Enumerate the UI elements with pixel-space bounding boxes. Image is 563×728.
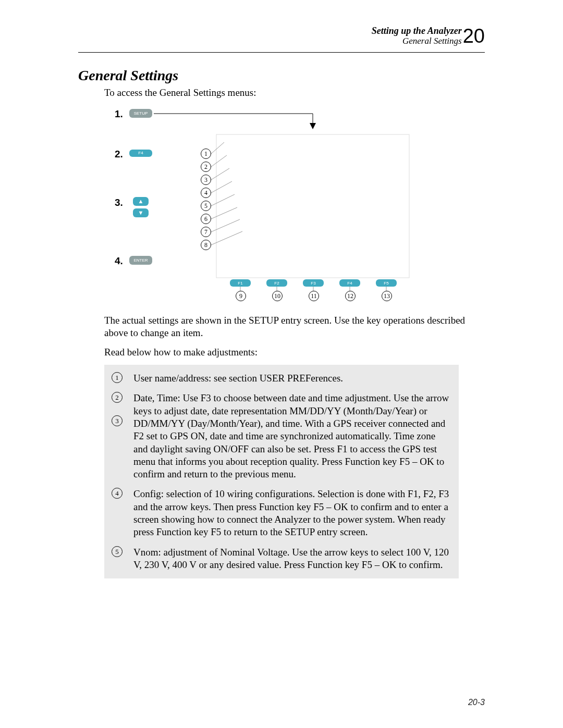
svg-line-9 (211, 219, 240, 232)
callout-marker-3: 3 (201, 175, 211, 185)
manual-page: Setting up the Analyzer General Settings… (0, 0, 563, 578)
f3-key-icon: F3 (303, 279, 324, 287)
header-chapter-title: Setting up the Analyzer (372, 26, 462, 36)
body-paragraph-2: Read below how to make adjustments: (104, 346, 485, 359)
page-header: Setting up the Analyzer General Settings… (78, 26, 485, 53)
callout-box: 1 User name/address: see section USER PR… (104, 365, 459, 578)
svg-line-5 (211, 168, 229, 180)
f2-key-icon: F2 (266, 279, 287, 287)
callout-num: 4 (112, 488, 123, 499)
step-4-label: 4. (115, 255, 123, 267)
page-number: 20-3 (468, 698, 485, 707)
f1-key-icon: F1 (230, 279, 251, 287)
procedure-diagram: 1. 2. 3. 4. SETUP F4 ▲ ▼ ENTER 1 2 3 4 5… (104, 106, 422, 309)
callout-num: 1 (112, 372, 123, 383)
callout-marker-12: 12 (345, 291, 356, 301)
enter-key-icon: ENTER (129, 256, 152, 265)
up-arrow-key-icon: ▲ (133, 197, 149, 206)
callout-marker-7: 7 (201, 227, 211, 237)
setup-key-icon: SETUP (129, 109, 152, 118)
svg-rect-2 (216, 134, 409, 278)
callout-text: User name/address: see section USER PREF… (133, 372, 451, 385)
callout-marker-2: 2 (201, 162, 211, 172)
callout-num: 5 (112, 546, 123, 557)
callout-marker-13: 13 (382, 291, 392, 301)
svg-line-7 (211, 194, 235, 206)
callout-row: 5 Vnom: adjustment of Nominal Voltage. U… (112, 546, 451, 572)
callout-marker-5: 5 (201, 201, 211, 211)
body-paragraph-1: The actual settings are shown in the SET… (104, 314, 485, 340)
svg-line-6 (211, 181, 232, 193)
callout-marker-6: 6 (201, 214, 211, 224)
step-3-label: 3. (115, 197, 123, 208)
diagram-lines (104, 106, 422, 309)
f4-key-icon: F4 (129, 150, 152, 157)
step-2-label: 2. (115, 149, 123, 160)
callout-marker-11: 11 (309, 291, 319, 301)
chapter-number: 20 (463, 26, 485, 46)
svg-line-3 (211, 142, 224, 154)
callout-row: 4 Config: selection of 10 wiring configu… (112, 488, 451, 538)
callout-text: Vnom: adjustment of Nominal Voltage. Use… (133, 546, 451, 572)
svg-line-10 (211, 231, 242, 245)
callout-text: Date, Time: Use F3 to choose between dat… (133, 392, 451, 480)
svg-line-4 (211, 155, 227, 167)
header-section-title: General Settings (372, 36, 462, 46)
callout-text: Config: selection of 10 wiring configura… (133, 488, 451, 538)
flow-arrow-icon (310, 123, 316, 129)
callout-marker-1: 1 (201, 149, 211, 159)
callout-row: 1 User name/address: see section USER PR… (112, 372, 451, 385)
intro-text: To access the General Settings menus: (104, 87, 485, 98)
svg-line-8 (211, 207, 237, 219)
header-block: Setting up the Analyzer General Settings… (372, 26, 485, 46)
callout-marker-8: 8 (201, 240, 211, 250)
step-1-label: 1. (115, 108, 123, 120)
callout-marker-4: 4 (201, 188, 211, 198)
callout-row: 2 3 Date, Time: Use F3 to choose between… (112, 392, 451, 480)
callout-marker-9: 9 (236, 291, 246, 301)
f5-key-icon: F5 (376, 279, 397, 287)
section-heading: General Settings (78, 67, 485, 84)
callout-num: 2 (112, 392, 123, 403)
down-arrow-key-icon: ▼ (133, 208, 149, 217)
callout-marker-10: 10 (272, 291, 283, 301)
callout-num: 3 (112, 415, 123, 426)
f4b-key-icon: F4 (339, 279, 360, 287)
